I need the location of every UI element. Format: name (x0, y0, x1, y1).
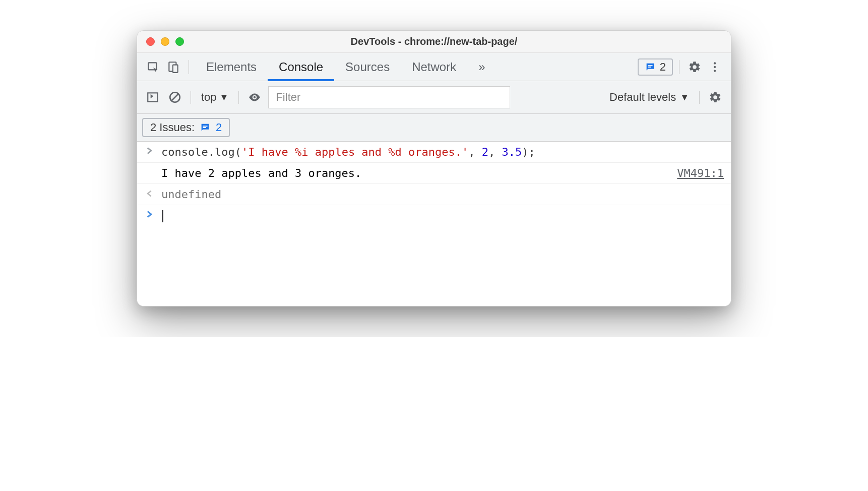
console-output-text: I have 2 apples and 3 oranges. (161, 167, 671, 179)
svg-rect-4 (648, 67, 651, 68)
console-return-row: undefined (137, 184, 731, 205)
input-chevron-icon (144, 146, 155, 154)
svg-point-14 (148, 193, 149, 195)
prompt-chevron-icon (144, 209, 155, 218)
clear-console-icon[interactable] (166, 89, 183, 106)
close-window-button[interactable] (146, 37, 155, 46)
issues-badge-count: 2 (660, 60, 666, 74)
console-prompt-input[interactable] (161, 209, 724, 222)
divider (238, 91, 239, 104)
traffic-lights (146, 37, 184, 46)
svg-point-11 (254, 96, 256, 98)
source-link[interactable]: VM491:1 (677, 167, 724, 179)
settings-icon[interactable] (686, 58, 704, 76)
devtools-window: DevTools - chrome://new-tab-page/ Elemen… (137, 30, 731, 306)
console-prompt-row[interactable] (137, 205, 731, 306)
tab-overflow[interactable]: » (467, 53, 496, 81)
levels-label: Default levels (609, 91, 676, 104)
tab-console[interactable]: Console (268, 53, 334, 81)
issues-count: 2 (216, 121, 222, 134)
svg-point-7 (714, 70, 716, 72)
console-input-row: console.log('I have %i apples and %d ora… (137, 142, 731, 163)
device-toggle-icon[interactable] (164, 58, 182, 76)
live-expression-icon[interactable] (246, 89, 263, 106)
tabbar: Elements Console Sources Network » 2 (137, 53, 731, 81)
issues-pill[interactable]: 2 Issues: 2 (142, 118, 230, 137)
minimize-window-button[interactable] (161, 37, 169, 46)
issues-row: 2 Issues: 2 (137, 114, 731, 142)
filter-input[interactable] (268, 86, 510, 108)
svg-point-6 (714, 66, 716, 68)
tab-sources[interactable]: Sources (334, 53, 401, 81)
divider (679, 60, 679, 74)
console-settings-icon[interactable] (707, 89, 724, 106)
divider (699, 91, 700, 104)
svg-rect-12 (203, 126, 207, 127)
maximize-window-button[interactable] (175, 37, 184, 46)
window-title: DevTools - chrome://new-tab-page/ (137, 36, 731, 47)
console-return-value: undefined (161, 188, 724, 201)
context-selector[interactable]: top ▼ (198, 89, 231, 106)
tab-elements[interactable]: Elements (195, 53, 268, 81)
svg-rect-8 (148, 93, 158, 101)
context-label: top (201, 91, 217, 104)
chevron-down-icon: ▼ (680, 92, 689, 103)
panel-tabs: Elements Console Sources Network » (195, 53, 497, 81)
console-input-code[interactable]: console.log('I have %i apples and %d ora… (161, 146, 724, 158)
output-gutter (144, 167, 155, 168)
issues-badge[interactable]: 2 (638, 58, 673, 76)
divider (191, 91, 191, 104)
svg-point-5 (714, 62, 716, 64)
issues-icon (200, 122, 211, 133)
svg-rect-13 (203, 127, 206, 128)
log-levels-selector[interactable]: Default levels ▼ (606, 89, 692, 106)
issues-icon (645, 62, 656, 73)
text-cursor (162, 210, 163, 222)
divider (189, 60, 189, 74)
svg-rect-2 (173, 65, 178, 72)
titlebar: DevTools - chrome://new-tab-page/ (137, 31, 731, 53)
chevron-down-icon: ▼ (220, 92, 229, 103)
svg-line-10 (172, 94, 178, 101)
console-body: console.log('I have %i apples and %d ora… (137, 142, 731, 306)
console-toolbar: top ▼ Default levels ▼ (137, 81, 731, 114)
tab-network[interactable]: Network (401, 53, 467, 81)
kebab-menu-icon[interactable] (706, 58, 724, 76)
issues-label: 2 Issues: (150, 121, 195, 134)
inspect-element-icon[interactable] (144, 58, 162, 76)
svg-rect-3 (648, 65, 652, 66)
console-output-row: I have 2 apples and 3 oranges. VM491:1 (137, 163, 731, 184)
return-chevron-icon (144, 188, 155, 198)
show-console-sidebar-icon[interactable] (144, 89, 161, 106)
